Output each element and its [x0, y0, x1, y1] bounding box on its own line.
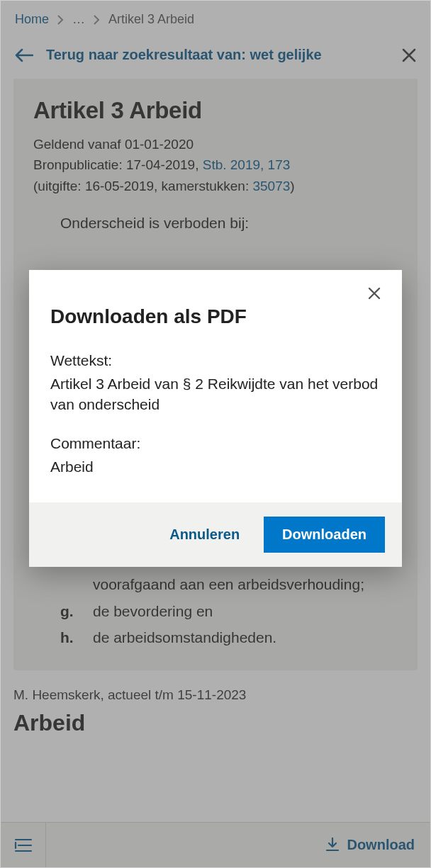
wettekst-label: Wettekst: — [50, 352, 381, 369]
commentaar-label: Commentaar: — [50, 435, 381, 452]
download-confirm-button[interactable]: Downloaden — [264, 517, 385, 553]
cancel-button[interactable]: Annuleren — [169, 526, 240, 543]
modal-title: Downloaden als PDF — [50, 305, 381, 328]
commentaar-value: Arbeid — [50, 456, 381, 477]
wettekst-value: Artikel 3 Arbeid van § 2 Reikwijdte van … — [50, 373, 381, 415]
download-pdf-modal: Downloaden als PDF Wettekst: Artikel 3 A… — [29, 270, 402, 567]
modal-close-button[interactable] — [368, 287, 381, 300]
modal-footer: Annuleren Downloaden — [29, 502, 402, 567]
